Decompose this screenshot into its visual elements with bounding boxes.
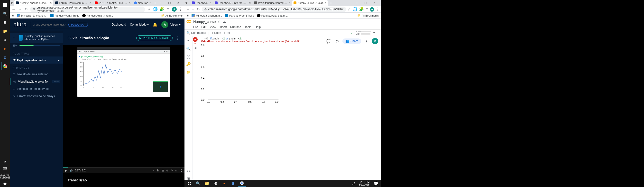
taskbar-clock[interactable]: 2:19 PM 3/11/2025 [359, 181, 371, 186]
alura-logo[interactable]: alura [14, 22, 27, 28]
fullscreen-icon[interactable]: ⛶ [180, 169, 182, 172]
reload-button[interactable]: ⟳ [197, 7, 200, 12]
tab-0[interactable]: DeepSeek× [190, 0, 213, 6]
settings-icon[interactable]: ⚙ [1, 36, 9, 44]
reload-button[interactable]: ⟳ [24, 7, 29, 12]
chevron-up-icon[interactable]: ˄ [377, 31, 379, 34]
app-icon-1[interactable]: ● [1, 45, 9, 52]
menu-view[interactable]: View [210, 25, 216, 29]
activity-item[interactable]: 02Visualização e seleção09min [10, 78, 63, 85]
search-icon[interactable]: 🔍 [194, 180, 202, 186]
speed-button[interactable]: 1x [157, 169, 160, 172]
site-info-icon[interactable]: ⚙ [204, 8, 207, 11]
drive-status-icon[interactable]: ☁ [223, 20, 226, 24]
maximize-button[interactable]: ▢ [362, 0, 369, 5]
menu-tools[interactable]: Tools [244, 25, 252, 29]
files-icon[interactable]: 📁 [186, 70, 191, 74]
tray-net-icon[interactable]: ⇄ [350, 180, 358, 186]
tab-3[interactable]: New Tab× [133, 0, 153, 6]
forward-button[interactable]: → [191, 7, 195, 12]
tab-1[interactable]: DeepSeek - Into the Unknown× [213, 0, 252, 6]
tab-1[interactable]: Fórum | Posts com a participaç× [54, 0, 93, 6]
find-icon[interactable]: 🔍 [186, 46, 191, 51]
back-button[interactable]: ← [186, 7, 190, 12]
tab-2[interactable]: (2619) 4 MAPAS que vão te SU× [93, 0, 132, 6]
menu-edit[interactable]: Edit [201, 25, 206, 29]
bell-icon[interactable]: 🔔 [152, 22, 158, 27]
star-icon[interactable]: ☆ [218, 20, 221, 24]
search-icon[interactable]: 🔍 [1, 10, 9, 18]
close-icon[interactable]: × [325, 1, 326, 5]
tray-notifications-icon[interactable]: 💬 [372, 180, 380, 186]
app-icon[interactable]: ● [220, 180, 228, 186]
activity-item[interactable]: 01Projeto da aula anterior [10, 70, 63, 78]
captions-icon[interactable]: ⊞ [162, 169, 164, 172]
app-icon[interactable]: 🗎 [229, 180, 237, 186]
bookmark-item[interactable]: Pandas/Aula_3 at m... [82, 14, 113, 17]
tab-0[interactable]: NumPy: análise numérica eficie× [14, 0, 53, 6]
tray-keyboard-icon[interactable]: ⌨ [1, 166, 9, 172]
bookmark-item[interactable]: Pandas Work | Trello [50, 14, 79, 17]
star-icon[interactable]: ☆ [348, 7, 351, 12]
doc-title[interactable]: Numpy_curso [193, 20, 216, 24]
start-button[interactable] [186, 180, 193, 186]
menu-file[interactable]: File [193, 25, 198, 29]
new-tab-button[interactable]: + [153, 0, 157, 5]
maximize-button[interactable]: ▢ [166, 0, 173, 5]
menu-icon[interactable]: ⋮ [375, 7, 379, 12]
reader-icon[interactable]: ≡ [365, 7, 369, 12]
apps-icon[interactable]: ⊞ [12, 14, 14, 17]
extension-icon[interactable]: 🧩 [159, 7, 164, 12]
translate-icon[interactable]: 🌐 [153, 7, 158, 12]
activity-item[interactable]: 03Seleção de um intervalo [10, 85, 63, 92]
user-menu[interactable]: A Alison ▾ [161, 21, 180, 28]
close-icon[interactable]: × [288, 1, 290, 5]
chrome-icon[interactable] [1, 62, 9, 70]
minimize-button[interactable]: − [354, 0, 360, 5]
settings-icon[interactable]: ⚙ [166, 169, 168, 172]
new-tab-button[interactable]: + [328, 0, 334, 5]
jump-icon[interactable]: ⇥ [194, 46, 197, 50]
code-icon[interactable]: <> [186, 168, 191, 173]
all-bookmarks-button[interactable]: 📁 All Bookmarks [161, 14, 182, 17]
close-icon[interactable]: × [249, 1, 251, 5]
add-code-button[interactable]: + Code [212, 31, 221, 34]
skip-icon[interactable]: » [153, 169, 154, 172]
forward-button[interactable]: → [18, 7, 22, 12]
menu-runtime[interactable]: Runtime [230, 25, 241, 29]
url-input[interactable]: ⚙colab.research.google.com/drive/10mIoBu… [202, 6, 346, 12]
close-icon[interactable]: × [89, 1, 91, 5]
add-text-button[interactable]: + Text [224, 31, 232, 34]
explorer-icon[interactable]: 📁 [1, 27, 9, 35]
tab-search-icon[interactable]: ▾ [186, 1, 190, 5]
close-icon[interactable]: × [150, 1, 152, 5]
close-icon[interactable]: × [129, 1, 130, 5]
menu-insert[interactable]: Insert [220, 25, 227, 29]
menu-icon[interactable]: ⋮ [178, 7, 183, 12]
tab-2[interactable]: raw.githubusercontent.com/al× [253, 0, 292, 6]
profile-avatar[interactable]: A [172, 7, 177, 12]
toc-icon[interactable]: ≡ [186, 38, 191, 43]
tray-notifications-icon[interactable]: 💬 [1, 181, 9, 187]
dashboard-link[interactable]: Dashboard [112, 23, 126, 26]
video-player[interactable]: + Código + Texto RAM ▶ plt.plot(datas,pr… [63, 45, 184, 167]
extension-icon[interactable]: 🧩 [359, 7, 364, 12]
expand-item[interactable]: 02. Exploração dos dados⌄ [10, 56, 63, 64]
app-icon-2[interactable]: 🗎 [1, 54, 9, 61]
close-window-button[interactable]: × [371, 0, 378, 5]
close-icon[interactable]: × [50, 1, 52, 5]
search-button[interactable]: PESQUISAR [68, 23, 88, 27]
settings-icon[interactable]: ⚙ [212, 180, 220, 186]
activity-item[interactable]: 04Errata: Construção de arrays [10, 92, 63, 100]
bookmark-item[interactable]: Pandas Work | Trello [225, 14, 254, 17]
chevron-down-icon[interactable]: ▾ [373, 31, 375, 34]
tab-search-icon[interactable]: ▾ [11, 1, 14, 5]
taskbar-clock[interactable]: 2:19 PM 3/11/2025 [0, 172, 10, 180]
minimize-button[interactable]: − [157, 0, 164, 5]
all-bookmarks-button[interactable]: 📁 All Bookmarks [357, 14, 379, 17]
secrets-icon[interactable]: 🔑 [186, 62, 191, 67]
volume-icon[interactable]: 🔊 [70, 169, 72, 172]
url-input[interactable]: ⚙cursos.alura.com.br/course/numpy-analis… [30, 6, 145, 12]
colab-logo[interactable] [186, 19, 191, 24]
menu-help[interactable]: Help [255, 25, 261, 29]
